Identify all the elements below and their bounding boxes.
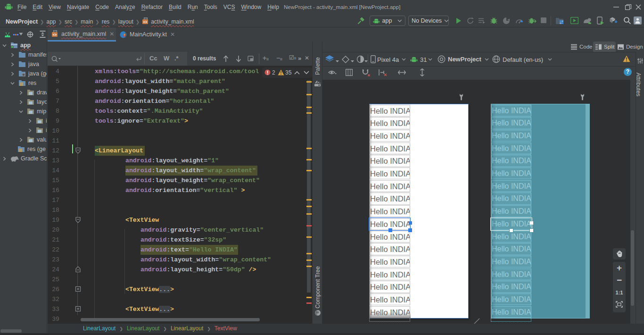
svg-text:<>: <>: [53, 33, 57, 37]
svg-text:<>: <>: [143, 20, 147, 24]
